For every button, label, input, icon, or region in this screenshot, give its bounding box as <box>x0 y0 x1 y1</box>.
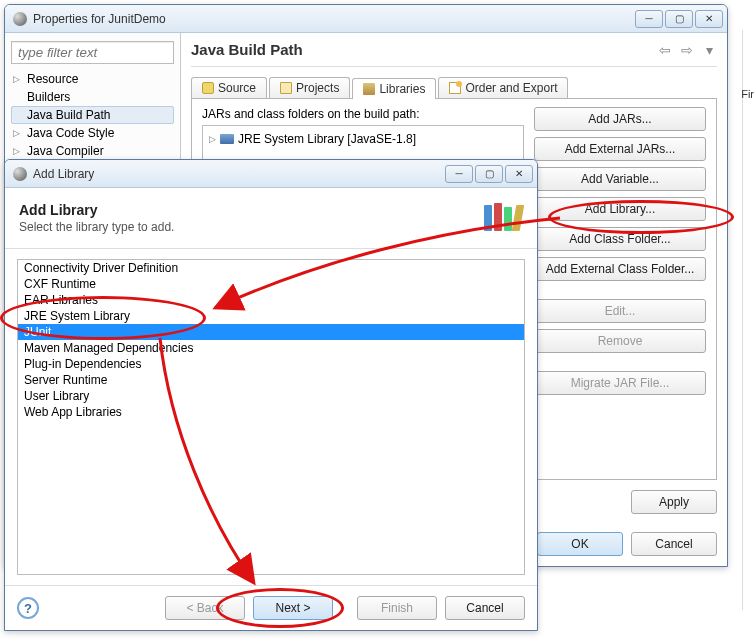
library-type-item[interactable]: Maven Managed Dependencies <box>18 340 524 356</box>
library-icon <box>220 134 234 144</box>
add-external-class-folder-button[interactable]: Add External Class Folder... <box>534 257 706 281</box>
add-external-jars-button[interactable]: Add External JARs... <box>534 137 706 161</box>
order-export-icon <box>449 82 461 94</box>
library-type-item[interactable]: Plug-in Dependencies <box>18 356 524 372</box>
add-class-folder-button[interactable]: Add Class Folder... <box>534 227 706 251</box>
back-button: < Back <box>165 596 245 620</box>
tree-item-resource[interactable]: ▷Resource <box>11 70 174 88</box>
add-variable-button[interactable]: Add Variable... <box>534 167 706 191</box>
add-library-button[interactable]: Add Library... <box>534 197 706 221</box>
expand-icon[interactable]: ▷ <box>13 146 23 156</box>
properties-titlebar[interactable]: Properties for JunitDemo ─ ▢ ✕ <box>5 5 727 33</box>
dropdown-arrow-icon[interactable]: ▾ <box>701 42 717 58</box>
expand-icon[interactable]: ▷ <box>13 128 23 138</box>
filter-input[interactable] <box>11 41 174 64</box>
migrate-jar-button: Migrate JAR File... <box>534 371 706 395</box>
library-type-item[interactable]: JRE System Library <box>18 308 524 324</box>
close-button[interactable]: ✕ <box>505 165 533 183</box>
tab-libraries[interactable]: Libraries <box>352 78 436 99</box>
remove-button: Remove <box>534 329 706 353</box>
minimize-button[interactable]: ─ <box>445 165 473 183</box>
maximize-button[interactable]: ▢ <box>475 165 503 183</box>
jre-library-label: JRE System Library [JavaSE-1.8] <box>238 132 416 146</box>
library-type-item[interactable]: EAR Libraries <box>18 292 524 308</box>
eclipse-icon <box>13 167 27 181</box>
tree-item-java-compiler[interactable]: ▷Java Compiler <box>11 142 174 160</box>
library-type-item[interactable]: Web App Libraries <box>18 404 524 420</box>
back-arrow-icon[interactable]: ⇦ <box>657 42 673 58</box>
libraries-icon <box>363 83 375 95</box>
library-type-item[interactable]: User Library <box>18 388 524 404</box>
properties-tree[interactable]: ▷Resource Builders Java Build Path ▷Java… <box>11 70 174 160</box>
cancel-button[interactable]: Cancel <box>631 532 717 556</box>
eclipse-icon <box>13 12 27 26</box>
next-button[interactable]: Next > <box>253 596 333 620</box>
dialog-heading: Add Library <box>19 202 479 218</box>
apply-button[interactable]: Apply <box>631 490 717 514</box>
tab-projects[interactable]: Projects <box>269 77 350 98</box>
help-button[interactable]: ? <box>17 597 39 619</box>
edit-button: Edit... <box>534 299 706 323</box>
tree-item-java-build-path[interactable]: Java Build Path <box>11 106 174 124</box>
dialog-subtitle: Select the library type to add. <box>19 220 479 234</box>
add-jars-button[interactable]: Add JARs... <box>534 107 706 131</box>
tree-item-builders[interactable]: Builders <box>11 88 174 106</box>
forward-arrow-icon[interactable]: ⇨ <box>679 42 695 58</box>
library-type-list[interactable]: Connectivity Driver DefinitionCXF Runtim… <box>17 259 525 575</box>
library-type-item[interactable]: JUnit <box>18 324 524 340</box>
library-type-item[interactable]: CXF Runtime <box>18 276 524 292</box>
close-button[interactable]: ✕ <box>695 10 723 28</box>
jre-library-item[interactable]: ▷ JRE System Library [JavaSE-1.8] <box>207 130 519 148</box>
tree-item-java-code-style[interactable]: ▷Java Code Style <box>11 124 174 142</box>
tab-order-export[interactable]: Order and Export <box>438 77 568 98</box>
build-path-tabs: Source Projects Libraries Order and Expo… <box>191 77 717 98</box>
bg-text: Fir <box>741 88 754 100</box>
list-heading: JARs and class folders on the build path… <box>202 107 524 121</box>
ide-background <box>742 30 756 610</box>
add-library-dialog: Add Library ─ ▢ ✕ Add Library Select the… <box>4 159 538 631</box>
expand-icon[interactable]: ▷ <box>13 74 23 84</box>
tab-source[interactable]: Source <box>191 77 267 98</box>
library-type-item[interactable]: Server Runtime <box>18 372 524 388</box>
expand-icon[interactable]: ▷ <box>209 134 216 144</box>
source-icon <box>202 82 214 94</box>
projects-icon <box>280 82 292 94</box>
ok-button[interactable]: OK <box>537 532 623 556</box>
library-type-item[interactable]: Connectivity Driver Definition <box>18 260 524 276</box>
properties-title: Properties for JunitDemo <box>33 12 635 26</box>
page-title: Java Build Path <box>191 41 651 58</box>
minimize-button[interactable]: ─ <box>635 10 663 28</box>
add-library-titlebar[interactable]: Add Library ─ ▢ ✕ <box>5 160 537 188</box>
finish-button: Finish <box>357 596 437 620</box>
cancel-button[interactable]: Cancel <box>445 596 525 620</box>
books-icon <box>479 196 523 240</box>
maximize-button[interactable]: ▢ <box>665 10 693 28</box>
add-library-window-title: Add Library <box>33 167 445 181</box>
